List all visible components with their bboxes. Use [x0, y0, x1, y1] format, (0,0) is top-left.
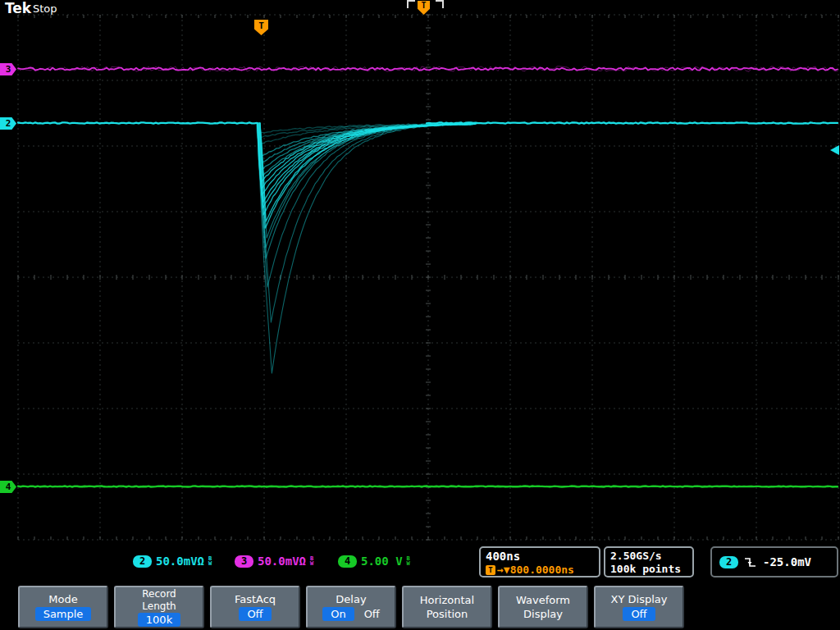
ch3-readout: 3 50.0mVΩ BW	[235, 555, 313, 568]
ch4-readout: 4 5.00 V BW	[338, 555, 410, 568]
tek-logo: Tek	[5, 0, 31, 16]
ch4-waveform	[18, 486, 838, 487]
record-length-button[interactable]: Record Length 100k	[114, 586, 204, 628]
acquisition-readout: 2.50GS/s 100k points	[604, 546, 694, 578]
graticule-grid	[18, 15, 838, 540]
horizontal-readout: 400ns T →▼800.0000ns	[479, 546, 600, 578]
record-length-label-2: Length	[142, 600, 176, 612]
ch4-badge[interactable]: 4	[338, 555, 357, 568]
record-length-value[interactable]: 100k	[138, 613, 180, 627]
horizontal-label-1: Horizontal	[420, 594, 474, 606]
mode-label: Mode	[48, 593, 77, 605]
trigger-source-badge[interactable]: 2	[719, 556, 738, 568]
delay-value: →▼800.0000ns	[497, 564, 574, 576]
trigger-t-icon: T	[486, 565, 495, 575]
xy-label: XY Display	[611, 593, 668, 605]
ch3-scale: 50.0mVΩ	[258, 555, 306, 568]
fastacq-button[interactable]: FastAcq Off	[210, 586, 300, 628]
falling-edge-icon	[744, 556, 757, 568]
trigger-level-value: -25.0mV	[763, 555, 811, 568]
acquisition-status: Stop	[33, 2, 57, 15]
waveform-label-1: Waveform	[516, 594, 570, 606]
ch2-readout: 2 50.0mVΩ BW	[133, 555, 212, 568]
record-points: 100k points	[610, 563, 687, 576]
waveform-display-button[interactable]: Waveform Display	[498, 586, 588, 628]
mode-value[interactable]: Sample	[35, 607, 92, 621]
graticule-canvas	[0, 0, 840, 630]
fastacq-label: FastAcq	[235, 593, 276, 605]
ch4-scale: 5.00 V	[361, 555, 403, 568]
delay-options: On Off	[322, 607, 380, 621]
record-view-bracket-left	[407, 0, 415, 8]
delay-on-option[interactable]: On	[322, 607, 354, 621]
xy-display-button[interactable]: XY Display Off	[594, 586, 684, 628]
delay-button[interactable]: Delay On Off	[306, 586, 396, 628]
ch2-scale: 50.0mVΩ	[156, 555, 204, 568]
timebase-value: 400ns	[486, 550, 594, 563]
sample-rate: 2.50GS/s	[610, 550, 687, 563]
waveform-label-2: Display	[523, 608, 563, 620]
record-length-label-1: Record	[142, 588, 176, 600]
ch4-bandwidth-icon: BW	[407, 556, 410, 566]
xy-value[interactable]: Off	[623, 607, 655, 621]
ch2-badge[interactable]: 2	[133, 555, 152, 568]
ch2-bandwidth-icon: BW	[208, 556, 212, 566]
fastacq-value[interactable]: Off	[239, 607, 271, 621]
ch3-badge[interactable]: 3	[235, 555, 253, 568]
bottom-menu-bar: Mode Sample Record Length 100k FastAcq O…	[0, 584, 840, 630]
horizontal-label-2: Position	[427, 608, 468, 620]
readout-bar: 2 50.0mVΩ BW 3 50.0mVΩ BW 4 5.00 V BW 40…	[0, 545, 840, 582]
record-view-bracket-right	[436, 0, 444, 8]
horizontal-position-button[interactable]: Horizontal Position	[402, 586, 492, 628]
oscilloscope-screen: Tek Stop T T 3 2 4 2 50.0mVΩ BW 3 50.0mV…	[0, 0, 840, 630]
delay-off-option[interactable]: Off	[364, 608, 380, 620]
delay-label: Delay	[336, 593, 366, 605]
mode-button[interactable]: Mode Sample	[18, 586, 108, 628]
ch3-bandwidth-icon: BW	[310, 556, 313, 566]
delay-readout: T →▼800.0000ns	[486, 564, 594, 576]
trigger-readout: 2 -25.0mV	[710, 546, 838, 578]
